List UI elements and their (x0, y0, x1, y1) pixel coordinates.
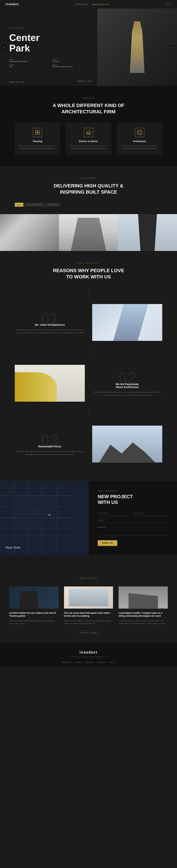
news-excerpt-3: Cras semper sapien nunc, cursus rutrum. … (119, 619, 168, 625)
view-all-button[interactable]: VIEW ALL NEWS (76, 630, 101, 636)
prev-label[interactable]: PREVIOUS (78, 80, 86, 82)
filter-all[interactable]: ALL (15, 203, 23, 207)
service-exterior: Exterior & Interior Nullam semper orci a… (66, 122, 111, 155)
hero-pagination (9, 82, 24, 82)
hero-content: STUDIO WORK Center Park TYPE THE PARK AP… (0, 8, 97, 86)
reason-02-text: 02 We Are Passionate About Architecture … (92, 370, 162, 397)
contact-label: WANT TO START A (98, 490, 168, 492)
footer-logo: insadect (15, 650, 162, 654)
svg-rect-5 (87, 132, 88, 133)
reason-02-desc: Pellentesque habitant morbi tristique se… (92, 391, 162, 397)
email-input[interactable] (98, 518, 168, 523)
email-link[interactable]: support@insadect.com (92, 3, 109, 5)
footer-nav-blog[interactable]: BLOG (110, 661, 115, 663)
svg-rect-4 (88, 133, 89, 134)
reason-03: 03 Reasonable Prices Pellentesque habita… (15, 426, 162, 462)
works-section: OUR WORKS DELIVERING HIGH QUALITY & INSP… (0, 166, 177, 214)
svg-rect-27 (30, 508, 40, 516)
timeline-divider-2 (88, 348, 89, 358)
footer-nav-contact[interactable]: CONTACT (97, 661, 107, 663)
gallery-cell-1[interactable] (0, 214, 59, 251)
reason-03-image (92, 426, 162, 462)
footer-nav-awards[interactable]: AWARDS (86, 661, 94, 663)
news-img-3 (119, 586, 168, 609)
dot-3[interactable] (21, 82, 24, 82)
map-pin (49, 514, 50, 516)
exterior-title: Exterior & Interior (69, 140, 108, 143)
svg-rect-0 (35, 130, 37, 132)
message-input[interactable] (98, 525, 168, 536)
filter-planning[interactable]: PLANNING (46, 203, 60, 207)
building-illustration (130, 21, 145, 73)
filter-architecture[interactable]: ARCHITECTURE (24, 203, 45, 207)
news-title-3[interactable]: Lund Hagem installs Y-shaped cabin on a … (119, 612, 168, 618)
reason-03-text: 03 Reasonable Prices Pellentesque habita… (15, 432, 85, 456)
footer-nav-studio[interactable]: STUDIO (75, 661, 82, 663)
svg-rect-6 (89, 132, 90, 133)
next-label[interactable]: NEXT (87, 80, 92, 82)
section-break (0, 555, 177, 566)
divider-line (88, 558, 89, 563)
submit-button[interactable]: SEND US (98, 540, 117, 546)
last-name-input[interactable] (134, 511, 168, 516)
gallery-cell-3[interactable] (118, 214, 177, 251)
breadcrumb: STUDIO WORK (9, 27, 92, 29)
hero-arrow-right[interactable]: › (171, 45, 175, 50)
about-label: ABOUT US (15, 97, 162, 99)
about-title: A WHOLE DIFFERENT KIND OF ARCHITECTURAL … (15, 102, 162, 115)
news-section: PRESS & NEWS Architect builds his own st… (0, 566, 177, 643)
news-img-1 (9, 586, 58, 609)
gallery-img-3 (118, 214, 177, 251)
hero-image: INSARCHI (97, 8, 177, 86)
logo[interactable]: insadect (5, 3, 19, 6)
gallery-cell-2[interactable] (59, 214, 118, 251)
svg-rect-8 (138, 131, 141, 134)
why-title: REASONS WHY PEOPLE LOVE TO WORK WITH US (15, 268, 162, 280)
curved-building-img (15, 365, 85, 402)
menu-icon[interactable]: ⋮⋮ (165, 2, 172, 6)
hero-section: STUDIO WORK Center Park TYPE THE PARK AP… (0, 8, 177, 86)
works-filters: ALL ARCHITECTURE PLANNING (15, 203, 162, 207)
gallery-grid (0, 214, 177, 251)
news-title-1[interactable]: Architect builds his own studio at the e… (9, 612, 58, 618)
svg-rect-31 (5, 487, 13, 494)
hero-arrow-left[interactable]: ‹ (2, 45, 6, 50)
map: New York (0, 481, 88, 555)
map-streets (0, 481, 88, 555)
footer-copyright: © 2018 insadect. All Rights Reserved. De… (15, 656, 162, 658)
navigation: insadect +0975 212 84178 support@insadec… (0, 0, 177, 8)
dot-2[interactable] (16, 82, 20, 82)
news-title-2[interactable]: The sun never knew how great it was unti… (64, 612, 113, 618)
glass-building-img (92, 304, 162, 341)
news-card-2: The sun never knew how great it was unti… (64, 586, 113, 625)
news-label: PRESS & NEWS (9, 577, 168, 579)
contact-section: New York WANT TO START A NEW PROJECT WIT… (0, 481, 177, 555)
works-label: OUR WORKS (15, 177, 162, 179)
gallery-img-2 (59, 214, 118, 251)
first-name-input[interactable] (98, 511, 132, 516)
prev-next: PREVIOUS NEXT (78, 80, 92, 82)
svg-rect-1 (38, 130, 40, 132)
reason-01: 01 20+ Years Of Experience Pellentesque … (15, 304, 162, 341)
timeline-divider (88, 287, 89, 297)
exterior-icon (84, 128, 93, 137)
meta-type-label: TYPE THE PARK APARTMENT (9, 59, 49, 62)
news-header: PRESS & NEWS (9, 577, 168, 579)
map-city-label: New York (5, 546, 20, 550)
meta-cost-label: COST $482,000 (Completed in 1921) (52, 64, 92, 67)
svg-rect-24 (30, 497, 40, 505)
footer: insadect © 2018 insadect. All Rights Res… (0, 643, 177, 667)
reason-02-image (15, 365, 85, 402)
contact-title: NEW PROJECT WITH US (98, 494, 168, 505)
news-excerpt-1: Pellentesque habitant morbi tristique se… (9, 619, 58, 625)
meta-year-label: YEAR 2018 (9, 64, 49, 67)
why-label: WHY CHOOSE US? (15, 262, 162, 264)
reason-01-text: 01 20+ Years Of Experience Pellentesque … (15, 310, 85, 334)
architecture-icon (135, 128, 144, 137)
footer-nav-projects[interactable]: PROJECTS (62, 661, 71, 663)
dot-1[interactable] (9, 82, 15, 82)
planning-desc: Nullam semper orci arcu, ac tincidunt se… (19, 145, 57, 150)
phone: +0975 212 84178 (75, 3, 88, 5)
svg-rect-29 (17, 520, 26, 527)
svg-rect-25 (44, 497, 55, 505)
